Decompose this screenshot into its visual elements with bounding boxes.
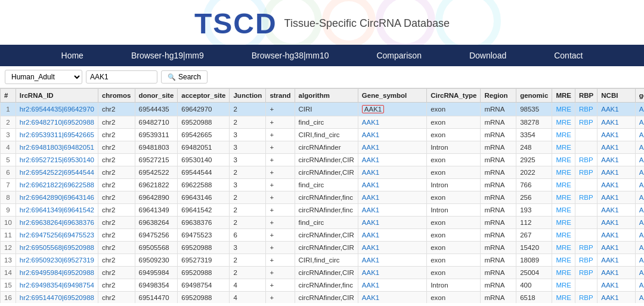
cell-gene-symbol[interactable]: AAK1 [358,279,426,292]
cell-genecards[interactable]: AAK1 [635,217,644,229]
cell-rbp[interactable]: RBP [575,191,597,204]
cell-ncbi[interactable]: AAK1 [597,179,636,191]
cell-gene-symbol[interactable]: AAK1 [358,141,426,154]
cell-mre[interactable]: MRE [552,129,575,141]
cell-lrcrna-id[interactable]: hr2:69542522|69544544 [16,166,98,179]
nav-home[interactable]: Home [38,45,107,66]
cell-donor: 69482710 [135,116,178,129]
cell-ncbi[interactable]: AAK1 [597,267,636,279]
cell-rbp[interactable]: RBP [575,292,597,304]
cell-lrcrna-id[interactable]: hr2:69638264|69638376 [16,217,98,229]
cell-mre[interactable]: MRE [552,242,575,254]
cell-gene-symbol[interactable]: AAK1 [358,129,426,141]
cell-lrcrna-id[interactable]: hr2:69539311|69542665 [16,129,98,141]
cell-gene-symbol[interactable]: AAK1 [358,154,426,166]
cell-gene-symbol[interactable]: AAK1 [358,103,426,116]
cell-genecards[interactable]: AAK1 [635,191,644,204]
cell-genecards[interactable]: AAK1 [635,116,644,129]
cell-genecards[interactable]: AAK1 [635,141,644,154]
cell-ncbi[interactable]: AAK1 [597,154,636,166]
nav-browser-hg19[interactable]: Browser-hg19|mm9 [107,45,228,66]
cell-genecards[interactable]: AAK1 [635,166,644,179]
nav-comparison[interactable]: Comparison [352,45,445,66]
cell-genecards[interactable]: AAK1 [635,229,644,242]
search-input[interactable] [86,70,157,84]
cell-gene-symbol[interactable]: AAK1 [358,179,426,191]
cell-ncbi[interactable]: AAK1 [597,116,636,129]
cell-rbp[interactable]: RBP [575,242,597,254]
cell-gene-symbol[interactable]: AAK1 [358,204,426,217]
cell-gene-symbol[interactable]: AAK1 [358,267,426,279]
cell-mre[interactable]: MRE [552,141,575,154]
cell-lrcrna-id[interactable]: hr2:69642890|69643146 [16,191,98,204]
cell-ncbi[interactable]: AAK1 [597,242,636,254]
cell-genecards[interactable]: AAK1 [635,103,644,116]
cell-genecards[interactable]: AAK1 [635,267,644,279]
cell-gene-symbol[interactable]: AAK1 [358,191,426,204]
organism-dropdown[interactable]: Human_Adult Human_Fetal Mouse_Adult Mous… [5,70,82,84]
cell-gene-symbol[interactable]: AAK1 [358,116,426,129]
cell-lrcrna-id[interactable]: hr2:69505568|69520988 [16,242,98,254]
cell-gene-symbol[interactable]: AAK1 [358,217,426,229]
cell-ncbi[interactable]: AAK1 [597,204,636,217]
cell-lrcrna-id[interactable]: hr2:69527215|69530140 [16,154,98,166]
cell-mre[interactable]: MRE [552,204,575,217]
cell-mre[interactable]: MRE [552,217,575,229]
search-button[interactable]: 🔍 Search [161,70,208,84]
cell-genecards[interactable]: AAK1 [635,242,644,254]
cell-lrcrna-id[interactable]: hr2:69509230|69527319 [16,254,98,267]
cell-rbp[interactable]: RBP [575,154,597,166]
cell-mre[interactable]: MRE [552,179,575,191]
cell-genecards[interactable]: AAK1 [635,254,644,267]
cell-genecards[interactable]: AAK1 [635,292,644,304]
cell-lrcrna-id[interactable]: hr2:69475256|69475523 [16,229,98,242]
nav-contact[interactable]: Contact [530,45,606,66]
cell-mre[interactable]: MRE [552,166,575,179]
cell-mre[interactable]: MRE [552,103,575,116]
cell-ncbi[interactable]: AAK1 [597,254,636,267]
cell-ncbi[interactable]: AAK1 [597,141,636,154]
cell-gene-symbol[interactable]: AAK1 [358,292,426,304]
cell-mre[interactable]: MRE [552,191,575,204]
cell-mre[interactable]: MRE [552,116,575,129]
cell-gene-symbol[interactable]: AAK1 [358,242,426,254]
cell-ncbi[interactable]: AAK1 [597,217,636,229]
cell-lrcrna-id[interactable]: hr2:69621822|69622588 [16,179,98,191]
cell-genecards[interactable]: AAK1 [635,279,644,292]
navbar: Home Browser-hg19|mm9 Browser-hg38|mm10 … [0,45,644,66]
cell-gene-symbol[interactable]: AAK1 [358,229,426,242]
cell-rbp[interactable]: RBP [575,267,597,279]
cell-lrcrna-id[interactable]: hr2:69514470|69520988 [16,292,98,304]
cell-lrcrna-id[interactable]: hr2:69498354|69498754 [16,279,98,292]
cell-rbp[interactable]: RBP [575,103,597,116]
cell-genecards[interactable]: AAK1 [635,204,644,217]
cell-ncbi[interactable]: AAK1 [597,129,636,141]
cell-ncbi[interactable]: AAK1 [597,229,636,242]
cell-ncbi[interactable]: AAK1 [597,292,636,304]
cell-gene-symbol[interactable]: AAK1 [358,166,426,179]
cell-lrcrna-id[interactable]: hr2:69544435|69642970 [16,103,98,116]
cell-ncbi[interactable]: AAK1 [597,279,636,292]
cell-mre[interactable]: MRE [552,292,575,304]
cell-genecards[interactable]: AAK1 [635,129,644,141]
cell-lrcrna-id[interactable]: hr2:69482710|69520988 [16,116,98,129]
cell-lrcrna-id[interactable]: hr2:69641349|69641542 [16,204,98,217]
cell-lrcrna-id[interactable]: hr2:69481803|69482051 [16,141,98,154]
cell-rbp[interactable]: RBP [575,116,597,129]
cell-mre[interactable]: MRE [552,267,575,279]
cell-lrcrna-id[interactable]: hr2:69495984|69520988 [16,267,98,279]
cell-mre[interactable]: MRE [552,254,575,267]
cell-mre[interactable]: MRE [552,279,575,292]
cell-rbp[interactable]: RBP [575,254,597,267]
cell-mre[interactable]: MRE [552,229,575,242]
cell-ncbi[interactable]: AAK1 [597,103,636,116]
cell-mre[interactable]: MRE [552,154,575,166]
nav-browser-hg38[interactable]: Browser-hg38|mm10 [228,45,353,66]
cell-gene-symbol[interactable]: AAK1 [358,254,426,267]
cell-ncbi[interactable]: AAK1 [597,191,636,204]
cell-rbp[interactable]: RBP [575,166,597,179]
cell-genecards[interactable]: AAK1 [635,179,644,191]
nav-download[interactable]: Download [445,45,530,66]
cell-ncbi[interactable]: AAK1 [597,166,636,179]
cell-genecards[interactable]: AAK1 [635,154,644,166]
